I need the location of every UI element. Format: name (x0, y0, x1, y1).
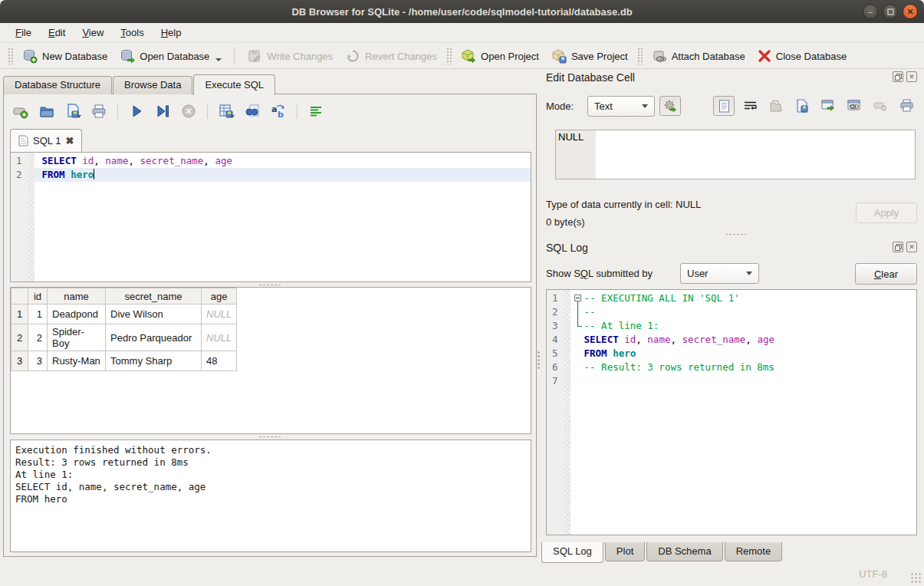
svg-text:b: b (278, 110, 284, 120)
menu-edit[interactable]: Edit (41, 25, 73, 41)
text-mode-button[interactable] (713, 96, 735, 116)
export-results-button[interactable] (217, 102, 235, 120)
tab-database-structure[interactable]: Database Structure (3, 76, 112, 94)
column-header-age[interactable]: age (202, 288, 237, 305)
print-cell-button[interactable] (896, 96, 917, 116)
sql-editor[interactable]: 12 SELECT id, name, secret_name, ageFROM… (10, 152, 531, 282)
row-header[interactable]: 1 (12, 305, 28, 324)
column-header-id[interactable]: id (28, 288, 48, 305)
column-header-name[interactable]: name (48, 288, 106, 305)
dock-splitter[interactable] (567, 232, 905, 236)
edit-cell-float-button[interactable] (893, 71, 903, 82)
maximize-button[interactable] (883, 4, 898, 19)
log-line[interactable]: FROM hero (571, 347, 916, 360)
table-cell[interactable]: 48 (202, 351, 237, 371)
format-sql-button[interactable] (307, 102, 325, 120)
cell-editor-area[interactable] (596, 130, 915, 179)
open-database-button[interactable]: Open Database (113, 45, 228, 67)
minimize-button[interactable]: – (863, 4, 878, 19)
log-line[interactable] (571, 374, 916, 388)
dock-tab-remote[interactable]: Remote (725, 542, 783, 561)
main-toolbar: New Database Open Database Write Changes… (0, 44, 924, 69)
results-message-splitter[interactable] (4, 434, 536, 439)
open-sql-file-button[interactable] (38, 102, 56, 120)
open-project-button[interactable]: Open Project (455, 45, 545, 67)
sql-log-close-button[interactable]: ✕ (906, 242, 917, 252)
save-sql-file-button[interactable] (64, 102, 82, 120)
table-cell[interactable]: Dive Wilson (106, 305, 202, 324)
edit-cell-close-button[interactable]: ✕ (906, 71, 917, 82)
close-database-button[interactable]: Close Database (751, 46, 853, 66)
row-header[interactable]: 3 (12, 351, 28, 371)
cell-size-text: 0 byte(s) (546, 216, 585, 228)
new-database-icon (22, 48, 38, 64)
table-cell[interactable]: Spider-Boy (48, 324, 106, 351)
log-code-area[interactable]: -- EXECUTING ALL IN 'SQL 1'---- At line … (571, 290, 916, 535)
open-database-dropdown-icon[interactable] (215, 58, 222, 61)
sql-log-view[interactable]: 1234567 -- EXECUTING ALL IN 'SQL 1'---- … (546, 289, 917, 535)
encoding-indicator[interactable]: UTF-8 (859, 568, 887, 580)
attach-database-button[interactable]: Attach Database (646, 45, 751, 67)
sql-tab-close-icon[interactable]: ✖ (65, 135, 74, 146)
tab-execute-sql[interactable]: Execute SQL (193, 74, 275, 95)
table-cell[interactable]: 1 (28, 305, 48, 324)
link-button[interactable] (843, 96, 865, 116)
dock-tab-plot[interactable]: Plot (605, 542, 645, 561)
new-sql-tab-button[interactable] (12, 102, 30, 120)
table-cell[interactable]: Tommy Sharp (106, 351, 202, 371)
fold-marker (572, 305, 584, 319)
svg-text:a: a (271, 104, 277, 114)
log-line[interactable]: -- EXECUTING ALL IN 'SQL 1' (571, 291, 916, 305)
table-cell[interactable]: Deadpond (48, 305, 106, 324)
export-results-dropdown-icon[interactable] (230, 115, 235, 118)
find-button[interactable] (243, 102, 261, 120)
editor-code-area[interactable]: SELECT id, name, secret_name, ageFROM he… (35, 153, 531, 281)
table-cell[interactable]: 2 (28, 324, 48, 351)
log-line[interactable]: SELECT id, name, secret_name, age (571, 333, 916, 347)
save-sql-dropdown-icon[interactable] (77, 115, 81, 118)
execute-current-line-button[interactable] (153, 102, 172, 120)
table-cell[interactable]: Rusty-Man (48, 351, 106, 371)
menu-file[interactable]: File (8, 25, 39, 41)
word-wrap-button[interactable] (739, 96, 761, 116)
import-file-button (765, 96, 787, 116)
fold-marker[interactable] (572, 291, 584, 305)
log-line[interactable]: -- (571, 305, 916, 319)
auto-apply-button[interactable] (659, 96, 681, 116)
open-external-button[interactable] (817, 96, 839, 116)
resize-grip[interactable] (910, 572, 921, 583)
column-header-secret-name[interactable]: secret_name (106, 288, 202, 305)
save-project-button[interactable]: Save Project (545, 45, 634, 67)
titlebar[interactable]: DB Browser for SQLite - /home/user/code/… (0, 0, 924, 23)
execute-all-button[interactable] (127, 102, 146, 120)
sql-tab[interactable]: SQL 1 ✖ (10, 129, 82, 152)
cell-value-editor[interactable]: NULL (555, 130, 916, 179)
table-cell[interactable]: 3 (28, 351, 48, 371)
menu-help[interactable]: Help (153, 25, 189, 41)
export-file-button[interactable] (791, 96, 813, 116)
table-cell[interactable]: NULL (202, 305, 237, 324)
tab-browse-data[interactable]: Browse Data (113, 76, 192, 94)
menu-tools[interactable]: Tools (113, 25, 151, 41)
clear-log-button[interactable]: Clear (855, 263, 917, 285)
table-cell[interactable]: Pedro Parqueador (106, 324, 202, 351)
corner-header[interactable] (12, 288, 28, 305)
print-button[interactable] (90, 102, 108, 120)
table-cell[interactable]: NULL (202, 324, 237, 351)
sql-log-float-button[interactable] (893, 242, 903, 252)
editor-line[interactable]: SELECT id, name, secret_name, age (35, 154, 531, 168)
new-database-button[interactable]: New Database (16, 45, 113, 67)
log-line[interactable]: -- Result: 3 rows returned in 8ms (571, 360, 916, 374)
row-header[interactable]: 2 (12, 324, 28, 351)
dock-tab-db-schema[interactable]: DB Schema (646, 542, 722, 561)
dock-tab-sql-log[interactable]: SQL Log (541, 542, 603, 563)
window-controls: – ✕ (863, 4, 918, 19)
find-replace-button[interactable]: a b (269, 102, 288, 120)
main-splitter[interactable] (536, 345, 541, 376)
close-window-button[interactable]: ✕ (903, 4, 918, 19)
log-line[interactable]: -- At line 1: (571, 319, 916, 333)
mode-combobox[interactable]: Text (587, 96, 655, 117)
menu-view[interactable]: View (74, 25, 111, 41)
editor-line[interactable]: FROM hero (35, 168, 531, 182)
log-filter-combobox[interactable]: User (680, 263, 759, 284)
